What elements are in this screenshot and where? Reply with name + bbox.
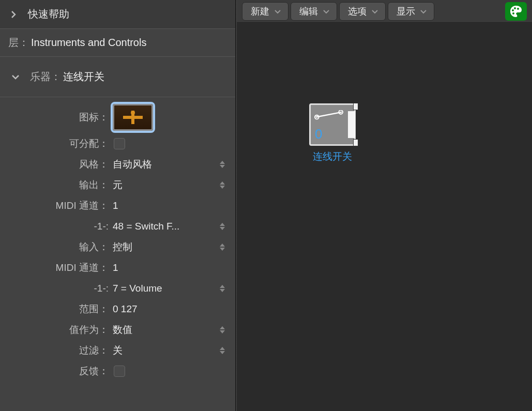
environment-canvas[interactable]: 0 连线开关 [237, 23, 532, 411]
object-box[interactable]: 0 [309, 103, 356, 146]
prop-label: -1-: [0, 283, 113, 294]
chevron-right-icon [6, 7, 21, 22]
chevron-down-icon [8, 70, 23, 84]
svg-point-3 [512, 9, 514, 11]
palette-icon [509, 5, 523, 18]
minus1-in-value: 7 = Volume [113, 283, 229, 294]
svg-point-2 [131, 111, 135, 115]
new-label: 新建 [251, 5, 269, 18]
prop-label: -1-: [0, 221, 113, 232]
prop-value-as[interactable]: 值作为： 数值 [0, 319, 235, 340]
stepper-icon[interactable] [220, 223, 225, 230]
quick-help-label: 快速帮助 [28, 7, 69, 21]
prop-filter[interactable]: 过滤： 关 [0, 340, 235, 361]
minus1-out-value: 48 = Switch F... [113, 221, 229, 232]
prop-midi-channel-in[interactable]: MIDI 通道： 1 [0, 257, 235, 278]
prop-label: MIDI 通道： [0, 199, 113, 212]
connector-icon [123, 110, 143, 125]
instrument-prefix: 乐器： [30, 70, 61, 84]
prop-minus1-in[interactable]: -1-: 7 = Volume [0, 278, 235, 299]
prop-range[interactable]: 范围： 0 127 [0, 299, 235, 319]
prop-label: 范围： [0, 302, 113, 316]
prop-label: 图标： [0, 111, 113, 124]
prop-label: 输出： [0, 178, 113, 192]
style-value: 自动风格 [113, 158, 229, 171]
stepper-icon[interactable] [220, 285, 225, 292]
prop-style[interactable]: 风格： 自动风格 [0, 154, 235, 175]
main-toolbar: 新建 编辑 选项 显示 [237, 0, 532, 23]
instrument-value: 连线开关 [63, 70, 104, 84]
prop-label: 值作为： [0, 323, 113, 337]
object-value: 0 [315, 126, 322, 142]
prop-label: 可分配： [0, 137, 113, 150]
prop-minus1-out[interactable]: -1-: 48 = Switch F... [0, 216, 235, 237]
object-label[interactable]: 连线开关 [313, 150, 352, 163]
prop-label: 反馈： [0, 364, 113, 378]
feedback-checkbox[interactable] [114, 366, 125, 377]
stepper-icon[interactable] [220, 181, 225, 189]
stepper-icon[interactable] [220, 243, 225, 251]
prop-label: 风格： [0, 158, 113, 171]
object-slider-track [348, 111, 355, 138]
assignable-checkbox[interactable] [114, 138, 125, 149]
quick-help-header[interactable]: 快速帮助 [0, 0, 235, 29]
icon-preview[interactable] [113, 104, 153, 131]
value-as-value: 数值 [113, 323, 229, 337]
prop-input[interactable]: 输入： 控制 [0, 237, 235, 257]
filter-value: 关 [113, 344, 229, 357]
edit-button[interactable]: 编辑 [291, 2, 337, 21]
instrument-header[interactable]: 乐器： 连线开关 [0, 57, 235, 97]
layer-prefix: 层： [8, 36, 29, 50]
svg-point-4 [514, 7, 516, 9]
chevron-down-icon [372, 6, 378, 17]
stepper-icon[interactable] [220, 347, 225, 354]
midi-channel-out-value: 1 [113, 200, 229, 211]
chevron-down-icon [323, 6, 329, 17]
prop-label: 输入： [0, 240, 113, 254]
chevron-down-icon [275, 6, 281, 17]
prop-feedback: 反馈： [0, 361, 235, 382]
svg-point-6 [512, 12, 514, 14]
property-list: 图标： 可分配： 风格： 自动风格 [0, 97, 235, 382]
prop-output[interactable]: 输出： 元 [0, 175, 235, 195]
options-button[interactable]: 选项 [339, 2, 386, 21]
edit-label: 编辑 [299, 5, 318, 18]
view-button[interactable]: 显示 [388, 2, 434, 21]
range-value: 0 127 [113, 303, 229, 315]
layer-value: Instruments and Controls [31, 37, 146, 49]
prop-label: MIDI 通道： [0, 261, 113, 275]
chevron-down-icon [420, 6, 427, 17]
stepper-icon[interactable] [220, 326, 225, 333]
new-button[interactable]: 新建 [242, 2, 288, 21]
prop-assignable: 可分配： [0, 133, 235, 154]
input-value: 控制 [113, 240, 229, 254]
stepper-icon[interactable] [220, 161, 225, 168]
cable-icon [314, 110, 344, 120]
palette-button[interactable] [505, 2, 527, 21]
svg-point-5 [517, 8, 519, 10]
options-label: 选项 [348, 5, 367, 18]
midi-channel-in-value: 1 [113, 262, 229, 273]
output-value: 元 [113, 178, 229, 192]
prop-midi-channel-out[interactable]: MIDI 通道： 1 [0, 195, 235, 216]
handle-icon[interactable] [353, 139, 358, 146]
prop-label: 过滤： [0, 344, 113, 357]
handle-icon[interactable] [353, 103, 358, 110]
cable-switch-object[interactable]: 0 连线开关 [309, 103, 356, 163]
svg-line-7 [316, 112, 342, 117]
layer-header[interactable]: 层： Instruments and Controls [0, 29, 235, 57]
view-label: 显示 [397, 5, 415, 18]
prop-icon: 图标： [0, 101, 235, 133]
inspector-sidebar: 快速帮助 层： Instruments and Controls 乐器： 连线开… [0, 0, 236, 411]
main-area: 新建 编辑 选项 显示 [237, 0, 532, 411]
